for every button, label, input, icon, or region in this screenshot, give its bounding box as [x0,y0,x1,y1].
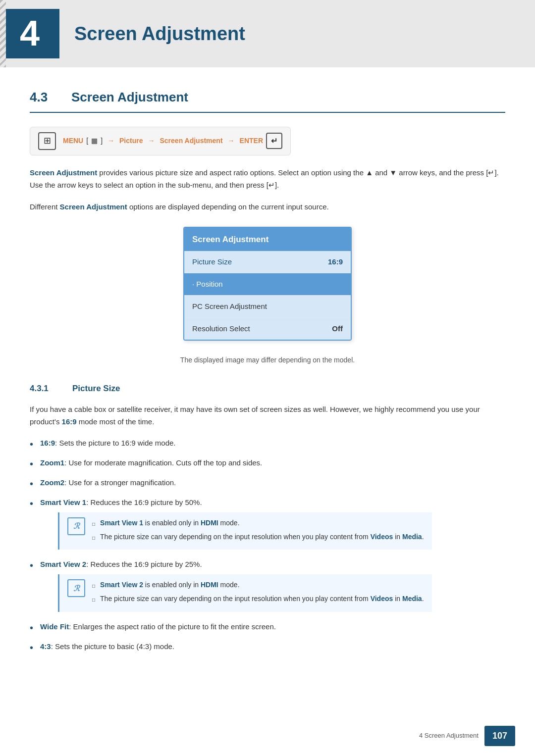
menu-item-resolution: Resolution Select Off [184,318,351,340]
menu-item-pc-screen: PC Screen Adjustment [184,296,351,318]
bullet-icon: • [30,620,33,636]
note-highlight3: Videos [371,595,393,603]
note-icon-sv2: ℛ [67,579,85,597]
list-item: • Smart View 2: Reduces the 16:9 picture… [30,558,505,616]
bullet-icon: • [30,436,33,452]
note-bullet-icon: □ [92,534,95,542]
note-item: □ Smart View 1 is enabled only in HDMI m… [92,517,424,529]
nav-path: ⊞ MENU [ ▦ ] → Picture → Screen Adjustme… [30,127,291,155]
note-text: Smart View 1 is enabled only in HDMI mod… [100,517,239,529]
bullet-text: 16:9: Sets the picture to 16:9 wide mode… [40,437,176,449]
list-item: • Wide Fit: Enlarges the aspect ratio of… [30,621,505,636]
different-rest: options are displayed depending on the c… [127,202,329,211]
bullet-text: Zoom1: Use for moderate magnification. C… [40,457,262,469]
bullet-with-note: Smart View 1: Reduces the 16:9 picture b… [40,497,432,554]
note-highlight4: Media [402,533,422,541]
menu-icon: ⊞ [38,132,56,150]
nav-arrow3: → [228,135,235,146]
note-highlight: Smart View 2 [100,581,143,589]
bullet-highlight: Smart View 1 [40,498,86,506]
different-highlight: Screen Adjustment [60,202,127,211]
menu-item-resolution-label: Resolution Select [192,323,250,335]
nav-menu-symbol: ▦ [91,135,98,146]
nav-picture: Picture [119,135,143,146]
bullet-icon: • [30,557,33,573]
list-item: • Zoom2: Use for a stronger magnificatio… [30,477,505,492]
subsection-number: 4.3.1 [30,382,64,395]
list-item: • Zoom1: Use for moderate magnification.… [30,457,505,472]
note-icon-sv1: ℛ [67,517,85,535]
note-highlight3: Videos [371,533,393,541]
menu-item-picture-size-label: Picture Size [192,256,232,268]
note-item: □ The picture size can vary depending on… [92,593,424,605]
nav-arrow2: → [148,135,155,146]
menu-header: Screen Adjustment [184,228,351,251]
enter-bracket-2: ↵ [268,181,275,189]
note-text: Smart View 2 is enabled only in HDMI mod… [100,579,239,591]
nav-bracket-close: ] [101,135,103,146]
list-item: • 4:3: Sets the picture to basic (4:3) m… [30,641,505,655]
nav-bracket-open: [ [86,135,88,146]
section-number: 4.3 [30,87,59,108]
menu-item-resolution-value: Off [332,323,343,335]
bullet-highlight: Smart View 2 [40,560,86,568]
ps-intro-highlight: 16:9 [62,417,77,426]
note-text: The picture size can vary depending on t… [100,593,424,605]
note-content-sv2: □ Smart View 2 is enabled only in HDMI m… [92,579,424,607]
bullet-highlight: Wide Fit [40,622,69,631]
section-title: Screen Adjustment [71,87,188,108]
chapter-header: 4 Screen Adjustment [0,0,535,67]
enter-arrow-icon: ↵ [271,135,277,148]
note-highlight4: Media [402,595,422,603]
nav-enter-symbol: ↵ [266,133,282,150]
bullet-text: Smart View 1: Reduces the 16:9 picture b… [40,498,202,506]
bullet-text: Zoom2: Use for a stronger magnification. [40,477,176,489]
note-highlight2: HDMI [201,581,218,589]
different-text-para: Different Screen Adjustment options are … [30,201,505,213]
nav-arrow1: → [107,135,114,146]
page-footer: 4 Screen Adjustment 107 [419,726,515,746]
note-text: The picture size can vary depending on t… [100,531,424,543]
bullet-text: Wide Fit: Enlarges the aspect ratio of t… [40,621,276,633]
menu-container: Screen Adjustment Picture Size 16:9 · Po… [30,227,505,341]
menu-box: Screen Adjustment Picture Size 16:9 · Po… [183,227,352,341]
nav-screen-adjustment: Screen Adjustment [160,135,222,146]
menu-item-picture-size: Picture Size 16:9 [184,251,351,273]
bullet-highlight: Zoom1 [40,458,64,467]
bullet-icon: • [30,456,33,472]
footer-text: 4 Screen Adjustment [419,731,479,741]
bullet-text: Smart View 2: Reduces the 16:9 picture b… [40,560,202,568]
bullet-with-note: Smart View 2: Reduces the 16:9 picture b… [40,558,432,616]
nav-menu-label: MENU [63,135,83,146]
bullet-icon: • [30,640,33,655]
menu-item-position-label: · Position [192,278,223,290]
bullet-icon: • [30,496,33,511]
bullet-list: • 16:9: Sets the picture to 16:9 wide mo… [30,437,505,655]
note-highlight2: HDMI [201,519,218,527]
subsection-heading: 4.3.1 Picture Size [30,382,505,395]
list-item: • Smart View 1: Reduces the 16:9 picture… [30,497,505,554]
subsection-title: Picture Size [72,382,120,395]
bullet-highlight: Zoom2 [40,478,64,487]
list-item: • 16:9: Sets the picture to 16:9 wide mo… [30,437,505,452]
note-box-sv1: ℛ □ Smart View 1 is enabled only in HDMI… [58,512,432,550]
note-bullet-icon: □ [92,520,95,528]
chapter-title: Screen Adjustment [74,19,245,49]
bullet-icon: • [30,476,33,492]
note-item: □ Smart View 2 is enabled only in HDMI m… [92,579,424,591]
intro-highlight: Screen Adjustment [30,168,97,177]
section-heading: 4.3 Screen Adjustment [30,87,505,113]
different-text-start: Different [30,202,60,211]
intro-paragraph: Screen Adjustment provides various pictu… [30,166,505,192]
note-bullet-icon: □ [92,582,95,590]
note-item: □ The picture size can vary depending on… [92,531,424,543]
note-box-sv2: ℛ □ Smart View 2 is enabled only in HDMI… [58,574,432,612]
bullet-highlight: 4:3 [40,642,51,651]
bullet-text: 4:3: Sets the picture to basic (4:3) mod… [40,641,174,653]
note-highlight: Smart View 1 [100,519,143,527]
picture-size-intro: If you have a cable box or satellite rec… [30,403,505,428]
bullet-highlight: 16:9 [40,439,55,447]
note-bullet-icon: □ [92,596,95,604]
ps-intro-2: mode most of the time. [77,417,155,426]
menu-item-position: · Position [184,273,351,296]
